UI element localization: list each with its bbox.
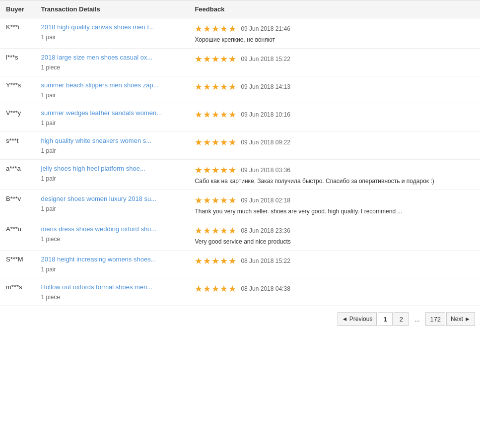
buyer-name: S***M	[6, 256, 23, 263]
quantity: 1 pair	[41, 34, 183, 41]
buyer-cell: s***t	[0, 132, 35, 160]
quantity: 1 pair	[41, 92, 183, 99]
buyer-cell: Y***s	[0, 76, 35, 104]
feedback-cell: ★★★★★08 Jun 2018 15:22	[189, 251, 480, 278]
feedback-text: Сабо как на картинке. Заказ получила быс…	[195, 178, 474, 185]
buyer-name: m***s	[6, 283, 22, 291]
star-rating: ★★★★★	[195, 256, 237, 266]
transaction-cell: summer wedges leather sandals women...1 …	[35, 104, 189, 132]
feedback-cell: ★★★★★08 Jun 2018 23:36Very good service …	[189, 220, 480, 251]
table-row: m***sHollow out oxfords formal shoes men…	[0, 278, 480, 306]
buyer-cell: a***a	[0, 160, 35, 190]
transaction-cell: Hollow out oxfords formal shoes men...1 …	[35, 278, 189, 306]
quantity: 1 pair	[41, 175, 183, 182]
transaction-cell: jelly shoes high heel platform shoe...1 …	[35, 160, 189, 190]
table-row: a***ajelly shoes high heel platform shoe…	[0, 160, 480, 190]
product-link[interactable]: 2018 height increasing womens shoes...	[41, 256, 183, 263]
star-rating: ★★★★★	[195, 54, 237, 64]
transaction-cell: 2018 high quality canvas shoes men t...1…	[35, 18, 189, 49]
page-2-button[interactable]: 2	[394, 312, 409, 326]
feedback-date: 09 Jun 2018 09:22	[241, 139, 290, 146]
buyer-name: a***a	[6, 165, 21, 172]
transaction-cell: 2018 height increasing womens shoes...1 …	[35, 251, 189, 278]
table-row: K***i2018 high quality canvas shoes men …	[0, 18, 480, 49]
buyer-cell: l***s	[0, 49, 35, 76]
buyer-cell: A***u	[0, 220, 35, 251]
quantity: 1 pair	[41, 205, 183, 212]
table-row: B***vdesigner shoes women luxury 2018 su…	[0, 190, 480, 220]
column-feedback: Feedback	[189, 0, 480, 18]
feedback-cell: ★★★★★09 Jun 2018 09:22	[189, 132, 480, 160]
quantity: 1 piece	[41, 294, 183, 301]
table-row: l***s2018 large size men shoes casual ox…	[0, 49, 480, 76]
buyer-name: l***s	[6, 54, 18, 61]
product-link[interactable]: 2018 high quality canvas shoes men t...	[41, 23, 183, 31]
table-row: Y***ssummer beach slippers men shoes zap…	[0, 76, 480, 104]
transaction-cell: mens dress shoes wedding oxford sho...1 …	[35, 220, 189, 251]
quantity: 1 piece	[41, 236, 183, 243]
product-link[interactable]: designer shoes women luxury 2018 su...	[41, 195, 183, 202]
quantity: 1 pair	[41, 147, 183, 154]
buyer-name: s***t	[6, 137, 18, 144]
product-link[interactable]: high quality white sneakers women s...	[41, 137, 183, 144]
table-row: A***umens dress shoes wedding oxford sho…	[0, 220, 480, 251]
feedback-text: Thank you very much seller. shoes are ve…	[195, 208, 474, 215]
quantity: 1 pair	[41, 120, 183, 127]
table-row: S***M2018 height increasing womens shoes…	[0, 251, 480, 278]
feedback-date: 09 Jun 2018 10:16	[241, 111, 290, 118]
star-rating: ★★★★★	[195, 109, 237, 120]
product-link[interactable]: summer beach slippers men shoes zap...	[41, 81, 183, 89]
star-rating: ★★★★★	[195, 195, 237, 206]
next-button[interactable]: Next ►	[446, 312, 475, 326]
product-link[interactable]: jelly shoes high heel platform shoe...	[41, 165, 183, 172]
feedback-date: 08 Jun 2018 04:38	[241, 285, 290, 292]
transaction-cell: designer shoes women luxury 2018 su...1 …	[35, 190, 189, 220]
feedback-cell: ★★★★★09 Jun 2018 15:22	[189, 49, 480, 76]
pagination-dots: ...	[410, 312, 424, 326]
feedback-cell: ★★★★★09 Jun 2018 02:18Thank you very muc…	[189, 190, 480, 220]
buyer-name: B***v	[6, 195, 21, 202]
column-transaction: Transaction Details	[35, 0, 189, 18]
feedback-text: Very good service and nice products	[195, 238, 474, 245]
star-rating: ★★★★★	[195, 81, 237, 92]
feedback-cell: ★★★★★09 Jun 2018 14:13	[189, 76, 480, 104]
star-rating: ★★★★★	[195, 23, 237, 34]
feedback-date: 09 Jun 2018 15:22	[241, 56, 290, 63]
feedback-date: 08 Jun 2018 23:36	[241, 227, 290, 234]
pagination: ◄ Previous 1 2 ... 172 Next ►	[0, 306, 480, 332]
page-172-button[interactable]: 172	[425, 312, 445, 326]
page-1-button[interactable]: 1	[378, 312, 393, 326]
feedback-date: 09 Jun 2018 03:36	[241, 167, 290, 174]
buyer-cell: K***i	[0, 18, 35, 49]
buyer-cell: V***y	[0, 104, 35, 132]
buyer-cell: B***v	[0, 190, 35, 220]
feedback-cell: ★★★★★09 Jun 2018 10:16	[189, 104, 480, 132]
table-row: s***thigh quality white sneakers women s…	[0, 132, 480, 160]
star-rating: ★★★★★	[195, 165, 237, 176]
quantity: 1 piece	[41, 64, 183, 71]
star-rating: ★★★★★	[195, 225, 237, 236]
buyer-name: V***y	[6, 109, 21, 117]
feedback-text: Хорошие крепкие, не воняют	[195, 36, 474, 43]
product-link[interactable]: 2018 large size men shoes casual ox...	[41, 54, 183, 61]
feedback-date: 08 Jun 2018 15:22	[241, 257, 290, 264]
product-link[interactable]: summer wedges leather sandals women...	[41, 109, 183, 117]
quantity: 1 pair	[41, 266, 183, 273]
buyer-cell: m***s	[0, 278, 35, 306]
buyer-name: Y***s	[6, 81, 21, 89]
buyer-name: A***u	[6, 225, 21, 233]
transaction-cell: high quality white sneakers women s...1 …	[35, 132, 189, 160]
product-link[interactable]: mens dress shoes wedding oxford sho...	[41, 225, 183, 233]
feedback-date: 09 Jun 2018 02:18	[241, 197, 290, 204]
prev-button[interactable]: ◄ Previous	[338, 312, 377, 326]
column-buyer: Buyer	[0, 0, 35, 18]
feedback-date: 09 Jun 2018 21:46	[241, 25, 290, 32]
feedback-cell: ★★★★★09 Jun 2018 03:36Сабо как на картин…	[189, 160, 480, 190]
product-link[interactable]: Hollow out oxfords formal shoes men...	[41, 283, 183, 291]
star-rating: ★★★★★	[195, 137, 237, 148]
feedback-cell: ★★★★★08 Jun 2018 04:38	[189, 278, 480, 306]
table-row: V***ysummer wedges leather sandals women…	[0, 104, 480, 132]
buyer-cell: S***M	[0, 251, 35, 278]
star-rating: ★★★★★	[195, 283, 237, 294]
transaction-cell: 2018 large size men shoes casual ox...1 …	[35, 49, 189, 76]
